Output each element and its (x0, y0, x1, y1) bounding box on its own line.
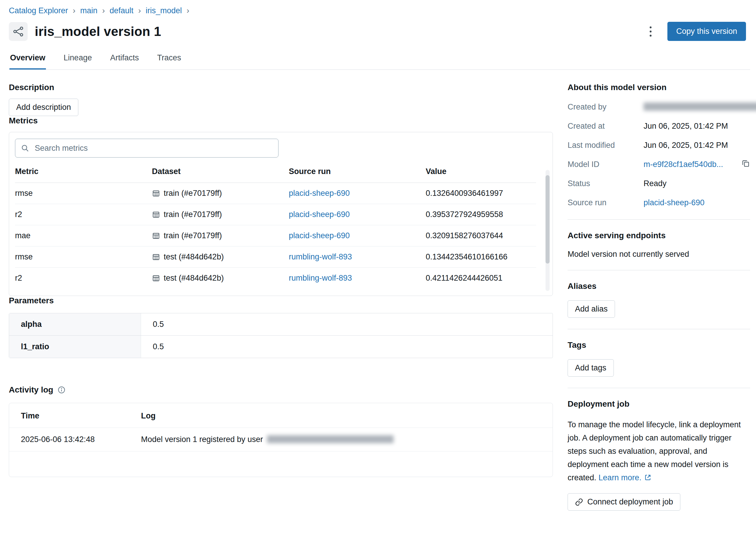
search-icon (21, 144, 29, 153)
source-run-link[interactable]: placid-sheep-690 (643, 197, 705, 208)
description-heading: Description (9, 83, 553, 92)
table-row: alpha 0.5 (9, 313, 553, 336)
deployment-text: To manage the model lifecycle, link a de… (568, 420, 741, 482)
field-last-modified: Last modified Jun 06, 2025, 01:42 PM (568, 140, 750, 151)
connect-button-label: Connect deployment job (587, 497, 673, 507)
registered-model-icon (9, 22, 28, 41)
column-header-source-run: Source run (289, 161, 426, 183)
dataset-name: test (#484d642b) (164, 252, 224, 262)
field-created-at: Created at Jun 06, 2025, 01:42 PM (568, 121, 750, 132)
redacted-user-email (267, 435, 393, 443)
add-description-button[interactable]: Add description (9, 98, 78, 116)
tab-artifacts[interactable]: Artifacts (110, 50, 140, 70)
dataset-table-icon (152, 274, 160, 282)
parameters-heading: Parameters (9, 296, 553, 305)
column-header-metric: Metric (15, 161, 152, 183)
breadcrumb-separator: › (187, 6, 189, 15)
learn-more-link[interactable]: Learn more. (599, 473, 641, 482)
source-run-link[interactable]: rumbling-wolf-893 (289, 273, 352, 282)
field-value: Jun 06, 2025, 01:42 PM (643, 121, 728, 132)
parameter-name: l1_ratio (9, 336, 141, 358)
tab-bar: Overview Lineage Artifacts Traces (9, 50, 750, 70)
copy-this-version-button[interactable]: Copy this version (667, 22, 746, 41)
metric-value: 0.4211426244426051 (426, 268, 536, 289)
header-actions: Copy this version (646, 22, 750, 41)
metric-value: 0.13442354610166166 (426, 246, 536, 268)
field-value: Jun 06, 2025, 01:42 PM (643, 140, 728, 151)
divider (568, 388, 750, 388)
source-run-link[interactable]: placid-sheep-690 (289, 189, 350, 198)
divider (568, 270, 750, 270)
breadcrumb-default[interactable]: default (110, 6, 133, 15)
page-title: iris_model version 1 (35, 24, 161, 39)
redacted-created-by (643, 102, 756, 111)
metric-name: mae (15, 225, 152, 246)
column-header-dataset: Dataset (152, 161, 289, 183)
field-source-run: Source run placid-sheep-690 (568, 197, 750, 208)
metric-value: 0.3953727924959558 (426, 204, 536, 225)
external-link-icon (644, 473, 652, 482)
breadcrumb-separator: › (102, 6, 105, 15)
tab-overview[interactable]: Overview (10, 50, 46, 70)
field-label: Status (568, 178, 643, 189)
metrics-card: Metric Dataset Source run Value rmse tra… (9, 132, 553, 296)
source-run-link[interactable]: placid-sheep-690 (289, 231, 350, 240)
metrics-search-box[interactable] (15, 139, 279, 157)
kebab-icon (649, 26, 652, 38)
activity-log-message: Model version 1 registered by user (141, 435, 263, 444)
breadcrumb-main[interactable]: main (80, 6, 97, 15)
field-model-id: Model ID m-e9f28cf1aef540db... (568, 159, 750, 170)
activity-log-table: Time Log 2025-06-06 13:42:48 Model versi… (9, 403, 553, 477)
activity-time: 2025-06-06 13:42:48 (9, 435, 141, 444)
breadcrumb-catalog-explorer[interactable]: Catalog Explorer (9, 6, 68, 15)
parameter-name: alpha (9, 313, 141, 335)
status-value: Ready (643, 178, 666, 189)
activity-log-header: Activity log (9, 385, 553, 395)
field-label: Last modified (568, 140, 643, 151)
metrics-scrollbar-thumb[interactable] (546, 175, 550, 264)
column-header-time: Time (9, 411, 141, 421)
dataset-table-icon (152, 189, 160, 198)
dataset-table-icon (152, 210, 160, 219)
table-row: l1_ratio 0.5 (9, 336, 553, 358)
table-row: r2 train (#e70179ff) placid-sheep-690 0.… (15, 204, 536, 225)
metrics-heading: Metrics (9, 116, 553, 126)
metrics-search-input[interactable] (34, 143, 273, 153)
main-column: Description Add description Metrics (9, 83, 553, 511)
copy-model-id-button[interactable] (741, 159, 750, 168)
page: Catalog Explorer › main › default › iris… (0, 0, 756, 511)
breadcrumb-iris-model[interactable]: iris_model (146, 6, 182, 15)
model-id-link[interactable]: m-e9f28cf1aef540db... (643, 159, 723, 170)
dataset-name: train (#e70179ff) (164, 210, 222, 219)
source-run-link[interactable]: rumbling-wolf-893 (289, 252, 352, 261)
parameter-value: 0.5 (141, 313, 164, 335)
field-label: Created by (568, 101, 643, 112)
metrics-scrollbar-track[interactable] (546, 170, 550, 291)
tags-heading: Tags (568, 340, 750, 350)
activity-table-header: Time Log (9, 403, 553, 428)
connect-deployment-job-button[interactable]: Connect deployment job (568, 493, 680, 511)
dataset-name: train (#e70179ff) (164, 231, 222, 240)
breadcrumb-separator: › (138, 6, 141, 15)
add-tags-button[interactable]: Add tags (568, 359, 614, 377)
field-label: Source run (568, 197, 643, 208)
metric-name: r2 (15, 268, 152, 289)
column-header-value: Value (426, 161, 536, 183)
breadcrumb: Catalog Explorer › main › default › iris… (9, 6, 750, 15)
sidebar: About this model version Created by Crea… (568, 83, 756, 511)
source-run-link[interactable]: placid-sheep-690 (289, 210, 350, 219)
table-row: 2025-06-06 13:42:48 Model version 1 regi… (9, 428, 553, 451)
table-row: rmse train (#e70179ff) placid-sheep-690 … (15, 183, 536, 204)
info-icon[interactable] (57, 386, 66, 394)
add-alias-button[interactable]: Add alias (568, 300, 615, 318)
kebab-menu-button[interactable] (646, 24, 655, 39)
link-icon (575, 498, 583, 506)
deployment-description: To manage the model lifecycle, link a de… (568, 418, 750, 485)
table-row: rmse test (#484d642b) rumbling-wolf-893 … (15, 246, 536, 268)
tab-lineage[interactable]: Lineage (63, 50, 93, 70)
page-header: iris_model version 1 Copy this version (9, 22, 750, 41)
deployment-heading: Deployment job (568, 399, 750, 409)
tab-traces[interactable]: Traces (157, 50, 182, 70)
parameter-value: 0.5 (141, 336, 164, 358)
activity-log-heading: Activity log (9, 385, 53, 395)
